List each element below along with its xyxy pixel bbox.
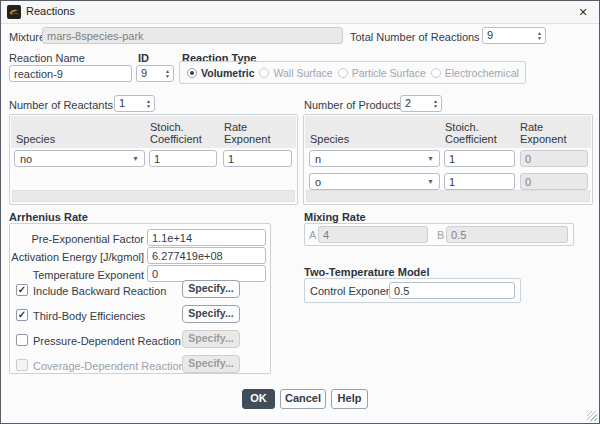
reaction-name-label: Reaction Name: [9, 51, 85, 65]
mixing-a-field: [318, 226, 428, 243]
third-body-specify-button[interactable]: Specify...: [182, 305, 240, 323]
reactants-table-footer: [12, 190, 295, 202]
arrhenius-title: Arrhenius Rate: [9, 210, 88, 224]
total-reactions-spinner[interactable]: 9 ▲▼: [482, 27, 546, 44]
backward-specify-button[interactable]: Specify...: [182, 280, 240, 298]
product-species-dropdown[interactable]: o ▼: [309, 173, 440, 190]
mixing-rate-box: A B: [304, 223, 574, 246]
backward-reaction-label: Include Backward Reaction: [33, 284, 166, 298]
radio-electrochemical: Electrochemical: [431, 67, 519, 79]
ok-button[interactable]: OK: [242, 389, 275, 409]
product-stoich-field[interactable]: [444, 150, 515, 167]
radio-wall-surface: Wall Surface: [259, 67, 332, 79]
radio-icon[interactable]: [187, 68, 197, 78]
two-temp-title: Two-Temperature Model: [304, 265, 430, 279]
total-reactions-label: Total Number of Reactions: [350, 30, 480, 44]
reactant-rate-exp-field[interactable]: [223, 150, 292, 167]
chevron-down-icon: ▼: [427, 155, 434, 162]
reactants-table: Species Stoich. Coefficient Rate Exponen…: [9, 114, 298, 205]
cancel-button[interactable]: Cancel: [280, 389, 326, 409]
spin-down-icon[interactable]: ▼: [146, 104, 151, 109]
backward-reaction-checkbox[interactable]: ✓: [16, 284, 28, 296]
mixture-field: [42, 27, 343, 44]
help-button[interactable]: Help: [331, 389, 368, 409]
coverage-dependent-checkbox: [16, 359, 28, 371]
reaction-id-label: ID: [138, 51, 149, 65]
mixing-rate-title: Mixing Rate: [304, 210, 366, 224]
reactions-dialog: Reactions ✕ Mixture Total Number of Reac…: [0, 0, 600, 424]
radio-icon: [338, 68, 348, 78]
arrhenius-box: Pre-Exponential Factor Activation Energy…: [9, 223, 271, 374]
radio-volumetric[interactable]: Volumetric: [187, 67, 254, 79]
col-stoich: Stoich. Coefficient: [445, 121, 509, 145]
pressure-dependent-label: Pressure-Dependent Reaction: [33, 334, 181, 348]
fluent-logo-icon: [7, 5, 21, 19]
third-body-label: Third-Body Efficiencies: [33, 309, 145, 323]
pressure-specify-button: Specify...: [182, 330, 240, 348]
products-table: Species Stoich. Coefficient Rate Exponen…: [303, 114, 593, 205]
mixing-a-label: A: [309, 228, 316, 242]
radio-particle-surface: Particle Surface: [338, 67, 426, 79]
pre-exp-field[interactable]: [147, 229, 266, 246]
two-temp-box: Control Exponent: [304, 278, 521, 303]
window-title: Reactions: [26, 5, 75, 17]
reaction-id-spinner[interactable]: 9 ▲▼: [136, 65, 174, 82]
products-table-footer: [306, 190, 590, 202]
pressure-dependent-checkbox[interactable]: [16, 334, 28, 346]
reactant-species-dropdown[interactable]: no ▼: [14, 150, 145, 167]
spin-down-icon[interactable]: ▼: [537, 36, 542, 41]
mixing-b-field: [446, 226, 568, 243]
col-rate: Rate Exponent: [224, 121, 282, 145]
num-products-label: Number of Products: [304, 98, 402, 112]
products-table-header: Species Stoich. Coefficient Rate Exponen…: [305, 116, 591, 148]
col-species: Species: [16, 133, 55, 145]
radio-icon: [259, 68, 269, 78]
titlebar: Reactions ✕: [1, 1, 599, 24]
reactant-stoich-field[interactable]: [149, 150, 217, 167]
product-species-dropdown[interactable]: n ▼: [309, 150, 440, 167]
temp-exp-label: Temperature Exponent: [33, 268, 144, 282]
reaction-type-group: Volumetric Wall Surface Particle Surface…: [179, 61, 526, 84]
product-stoich-field[interactable]: [444, 173, 515, 190]
chevron-down-icon: ▼: [132, 155, 139, 162]
spin-down-icon[interactable]: ▼: [433, 104, 438, 109]
coverage-specify-button: Specify...: [182, 355, 240, 373]
resize-grip[interactable]: [587, 411, 597, 421]
product-rate-exp-field: [520, 150, 588, 167]
num-reactants-spinner[interactable]: 1 ▲▼: [114, 95, 155, 112]
act-energy-field[interactable]: [147, 247, 266, 264]
mixing-b-label: B: [437, 228, 444, 242]
radio-icon: [431, 68, 441, 78]
col-species: Species: [310, 133, 349, 145]
control-exponent-label: Control Exponent: [310, 284, 395, 298]
chevron-down-icon: ▼: [427, 178, 434, 185]
num-reactants-label: Number of Reactants: [9, 98, 113, 112]
mixture-label: Mixture: [9, 30, 45, 44]
reactants-table-header: Species Stoich. Coefficient Rate Exponen…: [11, 116, 296, 148]
close-icon[interactable]: ✕: [575, 4, 591, 20]
spin-down-icon[interactable]: ▼: [165, 74, 170, 79]
col-stoich: Stoich. Coefficient: [150, 121, 214, 145]
third-body-checkbox[interactable]: ✓: [16, 309, 28, 321]
pre-exp-label: Pre-Exponential Factor: [32, 232, 145, 246]
coverage-dependent-label: Coverage-Dependent Reaction: [33, 359, 185, 373]
col-rate: Rate Exponent: [520, 121, 578, 145]
reaction-name-field[interactable]: [9, 65, 132, 82]
product-rate-exp-field: [520, 173, 588, 190]
num-products-spinner[interactable]: 2 ▲▼: [400, 95, 442, 112]
control-exponent-field[interactable]: [389, 282, 515, 299]
act-energy-label: Activation Energy [J/kgmol]: [11, 250, 144, 264]
